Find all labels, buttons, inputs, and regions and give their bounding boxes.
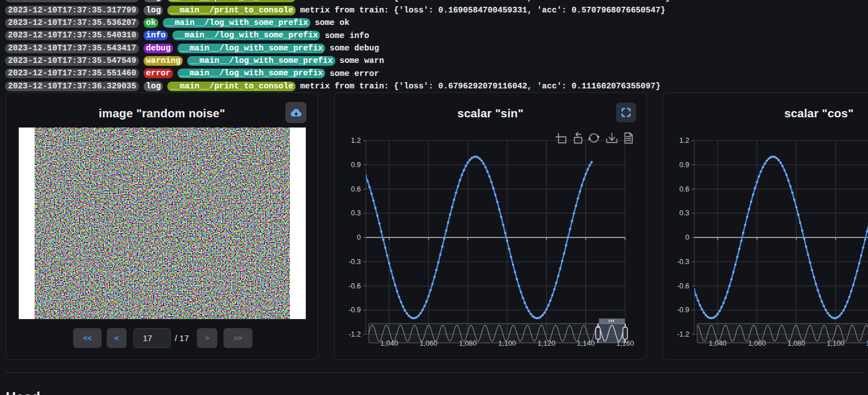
- svg-text:1,060: 1,060: [748, 339, 766, 347]
- svg-text:1,040: 1,040: [709, 339, 726, 347]
- svg-text:1,160: 1,160: [616, 339, 634, 347]
- svg-text:1,080: 1,080: [787, 339, 805, 347]
- svg-text:0.6: 0.6: [351, 185, 361, 193]
- svg-text:0: 0: [685, 233, 689, 241]
- svg-text:0.6: 0.6: [680, 185, 689, 193]
- svg-text:-1.2: -1.2: [677, 330, 689, 338]
- svg-text:-0.3: -0.3: [348, 258, 361, 266]
- svg-text:1,080: 1,080: [459, 339, 477, 347]
- svg-text:1,100: 1,100: [498, 339, 516, 347]
- svg-text:-0.9: -0.9: [677, 306, 689, 314]
- svg-text:1,120: 1,120: [538, 339, 555, 347]
- svg-text:0.9: 0.9: [351, 161, 361, 169]
- svg-text:-0.6: -0.6: [677, 282, 689, 290]
- svg-text:-0.3: -0.3: [677, 258, 689, 266]
- svg-text:-0.9: -0.9: [348, 306, 361, 314]
- svg-text:1.2: 1.2: [680, 137, 689, 145]
- svg-text:1,140: 1,140: [577, 339, 595, 347]
- svg-text:-1.2: -1.2: [348, 330, 361, 338]
- svg-text:0.3: 0.3: [351, 209, 361, 217]
- svg-text:0.3: 0.3: [680, 209, 689, 217]
- svg-text:1,060: 1,060: [420, 339, 437, 347]
- svg-text:1,100: 1,100: [827, 339, 844, 347]
- svg-text:-0.6: -0.6: [348, 282, 361, 290]
- svg-text:1,120: 1,120: [866, 339, 868, 347]
- svg-text:0: 0: [357, 233, 361, 241]
- svg-text:0.9: 0.9: [680, 161, 689, 169]
- svg-text:1.2: 1.2: [351, 137, 361, 145]
- svg-text:1,040: 1,040: [380, 339, 398, 347]
